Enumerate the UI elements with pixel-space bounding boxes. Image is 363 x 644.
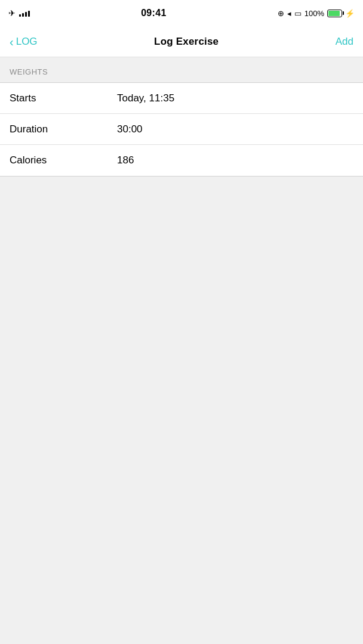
section-header-label: WEIGHTS	[10, 67, 48, 76]
battery-container	[327, 10, 342, 17]
status-right: ⊕ ◂ ▭ 100% ⚡	[278, 9, 355, 18]
status-bar: ✈ 09:41 ⊕ ◂ ▭ 100% ⚡	[0, 0, 363, 26]
add-button[interactable]: Add	[336, 36, 353, 48]
screen-icon: ▭	[294, 9, 302, 18]
charging-icon: ⚡	[345, 9, 355, 18]
starts-value: Today, 11:35	[117, 92, 353, 104]
calories-label: Calories	[10, 154, 117, 166]
duration-row[interactable]: Duration 30:00	[0, 114, 363, 145]
duration-label: Duration	[10, 123, 117, 135]
calories-value: 186	[117, 154, 353, 166]
signal-bar-1	[19, 14, 21, 17]
signal-bars	[19, 10, 30, 17]
back-chevron-icon: ‹	[10, 36, 14, 48]
airplane-icon: ✈	[8, 8, 16, 18]
starts-label: Starts	[10, 92, 117, 104]
signal-bar-3	[25, 12, 27, 17]
main-content	[0, 177, 363, 564]
battery-fill	[328, 11, 340, 16]
form-section: Starts Today, 11:35 Duration 30:00 Calor…	[0, 82, 363, 177]
calories-row[interactable]: Calories 186	[0, 145, 363, 176]
gps-icon: ◂	[287, 9, 291, 18]
signal-bar-2	[22, 13, 24, 17]
duration-value: 30:00	[117, 123, 353, 135]
status-time: 09:41	[141, 8, 166, 18]
battery-icon	[327, 10, 342, 17]
starts-row[interactable]: Starts Today, 11:35	[0, 83, 363, 114]
nav-bar: ‹ LOG Log Exercise Add	[0, 26, 363, 57]
signal-bar-4	[28, 11, 30, 17]
back-label: LOG	[16, 36, 38, 48]
page-title: Log Exercise	[154, 36, 219, 48]
section-header: WEIGHTS	[0, 57, 363, 82]
location-icon: ⊕	[278, 9, 284, 18]
status-left: ✈	[8, 8, 30, 18]
battery-percent: 100%	[304, 9, 324, 18]
back-button[interactable]: ‹ LOG	[10, 36, 38, 48]
